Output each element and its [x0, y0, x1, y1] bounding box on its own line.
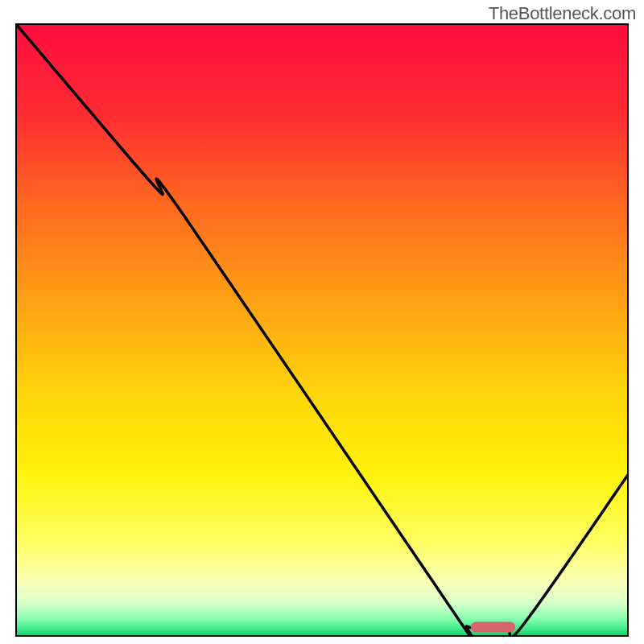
optimal-marker — [471, 622, 515, 633]
plot-background — [16, 24, 628, 636]
chart-container: { "attribution": "TheBottleneck.com", "c… — [0, 0, 644, 644]
bottleneck-chart — [0, 0, 644, 644]
attribution-label: TheBottleneck.com — [489, 3, 636, 24]
